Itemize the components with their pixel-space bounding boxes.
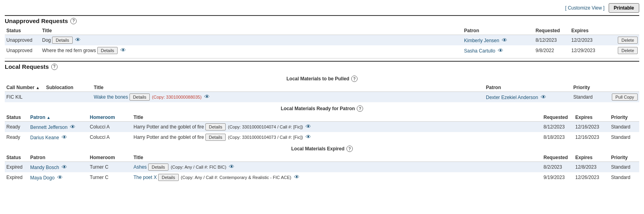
- patron-link[interactable]: Kimberly Jensen: [464, 38, 499, 43]
- patron-cell: Mandy Bosch 👁: [29, 162, 88, 173]
- patron-eye-icon[interactable]: 👁: [70, 124, 75, 130]
- th-call-number: Call Number ▲: [5, 84, 44, 92]
- eye-icon[interactable]: 👁: [306, 134, 311, 140]
- delete-button[interactable]: Delete: [618, 37, 638, 44]
- eye-icon[interactable]: 👁: [306, 123, 311, 130]
- eye-icon[interactable]: 👁: [204, 93, 210, 100]
- local-requests-help-icon[interactable]: ?: [51, 64, 58, 70]
- unapproved-requests-table: Status Title Patron Requested Expires Un…: [5, 27, 639, 56]
- patron-eye-icon[interactable]: 👁: [541, 94, 546, 100]
- th-requested: Requested: [534, 27, 570, 35]
- printable-button[interactable]: Printable: [609, 3, 639, 13]
- title-link[interactable]: The poet X: [133, 175, 157, 180]
- priority-cell: Standard: [572, 92, 603, 103]
- delete-cell: Delete: [607, 45, 639, 56]
- th-pull-action: [603, 84, 639, 92]
- patron-link[interactable]: Mandy Bosch: [30, 165, 59, 170]
- th-priority: Priority: [609, 113, 639, 122]
- patron-cell: Dexter Ezekiel Anderson 👁: [484, 92, 572, 103]
- status-cell: Ready: [5, 132, 29, 142]
- requested-cell: 9/19/2023: [542, 172, 574, 183]
- status-cell: Ready: [5, 122, 29, 132]
- to-be-pulled-table: Call Number ▲ Sublocation Title Patron P…: [5, 84, 639, 102]
- status-cell: Unapproved: [5, 45, 41, 56]
- title-link[interactable]: Ashes: [133, 164, 147, 170]
- table-row: FIC KIL Wake the bones Details (Copy: 33…: [5, 92, 639, 103]
- requested-cell: 8/12/2023: [534, 35, 570, 46]
- details-button[interactable]: Details: [52, 37, 73, 44]
- patron-cell: Darius Keane 👁: [29, 132, 88, 142]
- expires-cell: 12/16/2023: [574, 122, 609, 132]
- expires-cell: 12/2/2023: [570, 35, 607, 46]
- status-cell: Expired: [5, 162, 29, 173]
- requested-cell: 8/18/2023: [542, 132, 574, 142]
- patron-eye-icon[interactable]: 👁: [57, 174, 63, 181]
- patron-eye-icon[interactable]: 👁: [502, 37, 507, 43]
- to-be-pulled-header: Local Materials to be Pulled ?: [5, 72, 639, 84]
- th-title: Title: [132, 154, 542, 162]
- call-number-cell: FIC KIL: [5, 92, 44, 103]
- eye-icon[interactable]: 👁: [120, 47, 126, 53]
- patron-eye-icon[interactable]: 👁: [498, 47, 503, 54]
- expired-help-icon[interactable]: ?: [346, 146, 353, 152]
- details-button[interactable]: Details: [97, 47, 118, 54]
- homeroom-sort-link[interactable]: Homeroom: [90, 115, 115, 120]
- ready-for-patron-help-icon[interactable]: ?: [357, 105, 363, 112]
- patron-link[interactable]: Darius Keane: [30, 135, 59, 140]
- eye-icon[interactable]: 👁: [294, 174, 300, 180]
- th-priority: Priority: [609, 154, 639, 162]
- delete-cell: Delete: [607, 35, 639, 46]
- details-button[interactable]: Details: [205, 123, 226, 130]
- patron-link[interactable]: Bennett Jefferson: [30, 125, 68, 130]
- to-be-pulled-help-icon[interactable]: ?: [351, 76, 358, 82]
- customize-view-link[interactable]: [ Customize View ]: [565, 5, 604, 11]
- patron-eye-icon[interactable]: 👁: [62, 164, 67, 170]
- patron-cell: Kimberly Jensen 👁: [462, 35, 534, 46]
- patron-link[interactable]: Dexter Ezekiel Anderson: [486, 95, 538, 100]
- unapproved-help-icon[interactable]: ?: [70, 18, 77, 24]
- title-cell: Where the red fern grows Details 👁: [41, 45, 462, 56]
- sort-arrow-icon: ▲: [36, 86, 40, 90]
- copy-info: (Copy: Any / Call #: Contemporary & Real…: [181, 175, 291, 180]
- requested-cell: 8/2/2023: [542, 162, 574, 173]
- requested-cell: 8/12/2023: [542, 122, 574, 132]
- table-row: Ready Bennett Jefferson 👁 Colucci A Harr…: [5, 122, 639, 132]
- details-button[interactable]: Details: [158, 174, 179, 181]
- expires-cell: 12/29/2023: [570, 45, 607, 56]
- patron-eye-icon[interactable]: 👁: [62, 134, 67, 140]
- delete-button[interactable]: Delete: [618, 47, 638, 54]
- priority-cell: Standard: [609, 132, 639, 142]
- details-button[interactable]: Details: [205, 134, 226, 141]
- status-cell: Unapproved: [5, 35, 41, 46]
- th-actions-empty: [607, 27, 639, 35]
- patron-link[interactable]: Sasha Cartullo: [464, 48, 495, 54]
- patron-cell: Sasha Cartullo 👁: [462, 45, 534, 56]
- title-cell: Harry Potter and the goblet of fire Deta…: [132, 132, 542, 142]
- th-status: Status: [5, 27, 41, 35]
- th-patron: Patron ▲: [29, 113, 88, 122]
- eye-icon[interactable]: 👁: [229, 163, 234, 170]
- pull-copy-button[interactable]: Pull Copy: [612, 93, 638, 101]
- homeroom-cell: Turner C: [88, 162, 132, 173]
- table-row: Expired Mandy Bosch 👁 Turner C Ashes Det…: [5, 162, 639, 173]
- th-requested: Requested: [542, 113, 574, 122]
- patron-sort-link[interactable]: Patron ▲: [30, 115, 50, 120]
- homeroom-cell: Colucci A: [88, 122, 132, 132]
- table-row: Unapproved Where the red fern grows Deta…: [5, 45, 639, 56]
- th-expires: Expires: [574, 113, 609, 122]
- th-title: Title: [41, 27, 462, 35]
- requested-cell: 9/8/2022: [534, 45, 570, 56]
- ready-for-patron-table: Status Patron ▲ Homeroom Title Requested…: [5, 113, 639, 142]
- patron-cell: Bennett Jefferson 👁: [29, 122, 88, 132]
- eye-icon[interactable]: 👁: [75, 37, 81, 43]
- top-bar: [ Customize View ] Printable: [5, 3, 639, 13]
- details-button[interactable]: Details: [130, 93, 150, 101]
- th-homeroom: Homeroom: [88, 113, 132, 122]
- details-button[interactable]: Details: [148, 163, 169, 171]
- th-homeroom: Homeroom: [88, 154, 132, 162]
- th-expires: Expires: [574, 154, 609, 162]
- title-link[interactable]: Wake the bones: [94, 94, 128, 100]
- priority-cell: Standard: [609, 122, 639, 132]
- unapproved-requests-section-title: Unapproved Requests ?: [5, 15, 639, 25]
- patron-link[interactable]: Maya Dogo: [30, 175, 54, 181]
